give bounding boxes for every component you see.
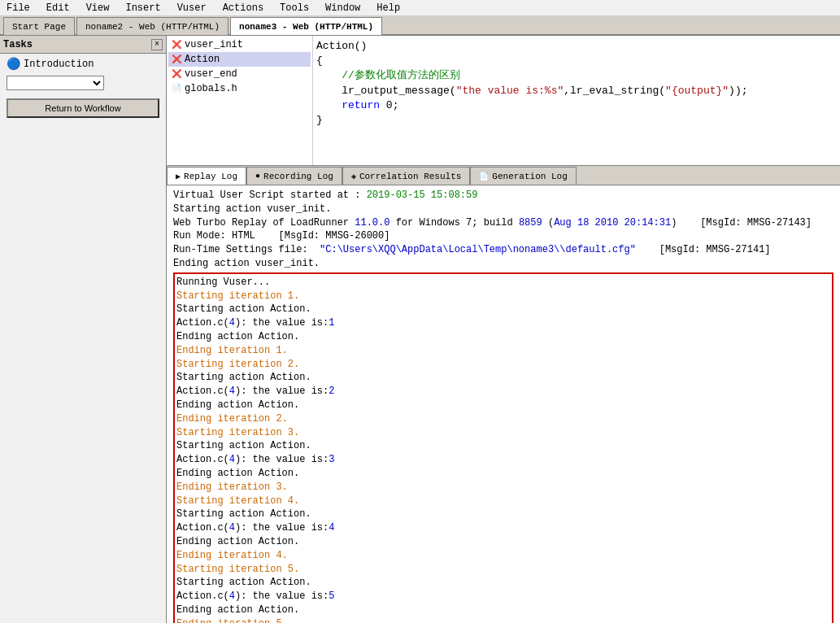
correlation-icon: ◈: [351, 172, 356, 181]
file-name-vuser-end: vuser_end: [185, 68, 237, 80]
menu-edit[interactable]: Edit: [43, 2, 73, 14]
recording-log-label: Recording Log: [263, 172, 333, 181]
tasks-title: Tasks: [3, 39, 33, 50]
log-iter4-value: Action.c(4): the value is:4: [176, 521, 830, 535]
menu-vuser[interactable]: Vuser: [174, 2, 210, 14]
log-lineno-4: 4: [229, 522, 235, 534]
sidebar-item-introduction[interactable]: 🔵 Introduction: [0, 54, 166, 74]
log-iter4-start: Starting iteration 4.: [176, 494, 830, 508]
code-line-2: {: [316, 54, 837, 68]
log-iter3-action-start: Starting action Action.: [176, 439, 830, 453]
log-tabs: ▶ Replay Log ● Recording Log ◈ Correlati…: [167, 166, 840, 185]
log-iter5-value: Action.c(4): the value is:5: [176, 590, 830, 603]
code-line-7: }: [316, 113, 837, 128]
menu-tools[interactable]: Tools: [276, 2, 312, 14]
menubar: File Edit View Insert Vuser Actions Tool…: [0, 0, 840, 16]
log-header-2: Starting action vuser_init.: [173, 203, 833, 216]
intro-label: Introduction: [24, 59, 94, 70]
dropdown-row: [0, 74, 166, 92]
log-iter4-action-end: Ending action Action.: [176, 535, 830, 549]
file-list: ❌ vuser_init ❌ Action ❌ vuser_end 📄 glob…: [167, 36, 313, 165]
log-iter1-action-start: Starting action Action.: [176, 303, 830, 316]
file-item-vuser-end[interactable]: ❌ vuser_end: [168, 67, 311, 81]
generation-label: Generation Log: [492, 172, 567, 181]
log-lineno-2: 4: [229, 386, 235, 397]
tab-start-page[interactable]: Start Page: [3, 17, 75, 35]
tasks-close-button[interactable]: ×: [151, 39, 163, 50]
file-name-vuser-init: vuser_init: [185, 39, 243, 50]
log-content[interactable]: Virtual User Script started at : 2019-03…: [167, 185, 840, 623]
log-header-3: Web Turbo Replay of LoadRunner 11.0.0 fo…: [173, 216, 833, 230]
menu-file[interactable]: File: [3, 2, 33, 14]
code-line-4: lr_output_message("the value is:%s",lr_e…: [316, 84, 837, 98]
log-iter5-action-end: Ending action Action.: [176, 603, 830, 617]
log-iter1-action-end: Ending action Action.: [176, 330, 830, 344]
log-header-4: Run Mode: HTML [MsgId: MMSG-26000]: [173, 229, 833, 243]
tab-noname3[interactable]: noname3 - Web (HTTP/HTML): [230, 17, 382, 35]
tab-generation-log[interactable]: 📄 Generation Log: [470, 167, 576, 185]
replay-log-icon: ▶: [176, 172, 181, 181]
menu-insert[interactable]: Insert: [122, 2, 163, 14]
log-iter2-action-end: Ending action Action.: [176, 399, 830, 412]
code-string2: "{output}": [665, 85, 729, 97]
action-dropdown[interactable]: [7, 76, 104, 90]
tab-replay-log[interactable]: ▶ Replay Log: [167, 167, 246, 185]
log-val-3: 3: [329, 454, 334, 465]
tab-recording-log[interactable]: ● Recording Log: [246, 167, 342, 185]
code-line-3: //参数化取值方法的区别: [316, 68, 837, 83]
code-area[interactable]: Action() { //参数化取值方法的区别 lr_output_messag…: [313, 36, 840, 165]
log-header-1: Virtual User Script started at : 2019-03…: [173, 189, 833, 203]
intro-icon: 🔵: [7, 57, 20, 71]
log-iter3-value: Action.c(4): the value is:3: [176, 453, 830, 467]
file-item-globals[interactable]: 📄 globals.h: [168, 81, 311, 96]
log-val-2: 2: [329, 386, 334, 397]
log-iter2-action-start: Starting action Action.: [176, 371, 830, 385]
menu-help[interactable]: Help: [373, 2, 403, 14]
menu-actions[interactable]: Actions: [220, 2, 267, 14]
log-iter3-start: Starting iteration 3.: [176, 426, 830, 440]
menu-view[interactable]: View: [83, 2, 113, 14]
log-iter4-end: Ending iteration 4.: [176, 549, 830, 563]
file-name-action: Action: [185, 54, 220, 65]
bottom-panel: ▶ Replay Log ● Recording Log ◈ Correlati…: [167, 166, 840, 623]
return-to-workflow-button[interactable]: Return to Workflow: [7, 98, 159, 118]
log-val-1: 1: [329, 317, 334, 329]
tab-correlation-results[interactable]: ◈ Correlation Results: [342, 167, 470, 185]
file-item-vuser-init[interactable]: ❌ vuser_init: [168, 37, 311, 52]
log-iter2-start: Starting iteration 2.: [176, 358, 830, 372]
generation-icon: 📄: [479, 172, 489, 181]
log-timestamp: 2019-03-15 15:08:59: [367, 190, 478, 201]
right-panel: ❌ vuser_init ❌ Action ❌ vuser_end 📄 glob…: [167, 36, 840, 623]
file-item-action[interactable]: ❌ Action: [168, 52, 311, 67]
log-iter4-action-start: Starting action Action.: [176, 508, 830, 521]
log-iter5-action-start: Starting action Action.: [176, 576, 830, 590]
file-icon-blue-globals: 📄: [172, 84, 181, 94]
log-iter1-end: Ending iteration 1.: [176, 344, 830, 358]
correlation-label: Correlation Results: [359, 172, 461, 181]
file-area: ❌ vuser_init ❌ Action ❌ vuser_end 📄 glob…: [167, 36, 840, 166]
tab-noname2[interactable]: noname2 - Web (HTTP/HTML): [76, 17, 228, 35]
log-running: Running Vuser...: [176, 276, 830, 290]
log-lineno-1: 4: [229, 317, 235, 329]
code-line-6: return 0;: [316, 98, 837, 113]
lr-date: Aug 18 2010 20:14:31: [554, 217, 671, 229]
tasks-header: Tasks ×: [0, 36, 166, 54]
log-header-5: Run-Time Settings file: "C:\Users\XQQ\Ap…: [173, 243, 833, 257]
log-iter5-start: Starting iteration 5.: [176, 563, 830, 577]
lr-build: 8859: [519, 217, 542, 229]
iteration-highlight-box: Running Vuser... Starting iteration 1. S…: [173, 272, 833, 623]
menu-window[interactable]: Window: [322, 2, 363, 14]
code-string1: "the value is:%s": [456, 85, 564, 97]
tab-bar: Start Page noname2 - Web (HTTP/HTML) non…: [0, 16, 840, 36]
log-header-6: Ending action vuser_init.: [173, 257, 833, 271]
log-val-5: 5: [329, 590, 334, 602]
code-comment: //参数化取值方法的区别: [342, 69, 460, 81]
log-iter3-action-end: Ending action Action.: [176, 467, 830, 481]
main-layout: Tasks × 🔵 Introduction Return to Workflo…: [0, 36, 840, 623]
log-path: "C:\Users\XQQ\AppData\Local\Temp\noname3…: [320, 244, 636, 255]
log-iter2-end: Ending iteration 2.: [176, 412, 830, 426]
code-line-1: Action(): [316, 39, 837, 54]
left-panel: Tasks × 🔵 Introduction Return to Workflo…: [0, 36, 167, 623]
log-iter3-end: Ending iteration 3.: [176, 481, 830, 494]
file-name-globals: globals.h: [185, 83, 237, 94]
